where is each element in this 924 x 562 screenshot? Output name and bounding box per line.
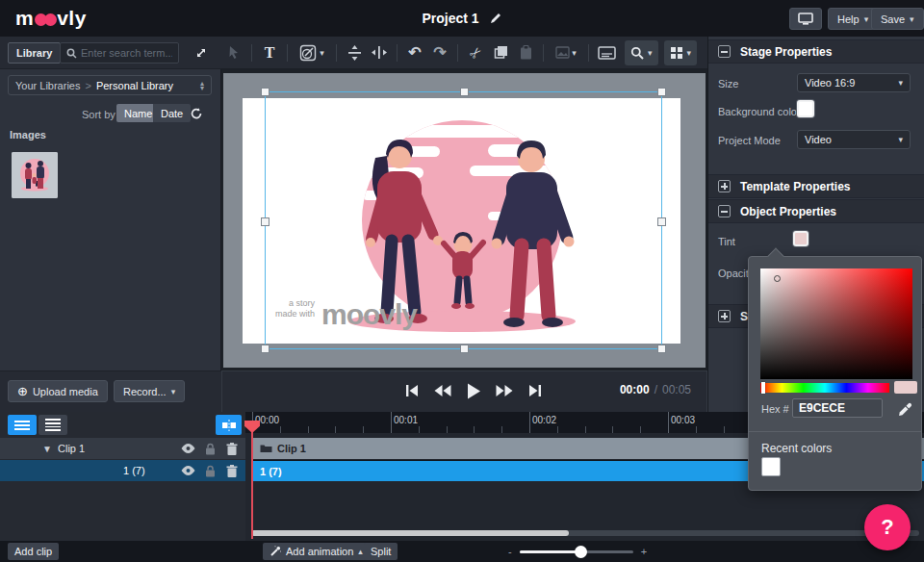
grid-icon: [670, 46, 683, 60]
refresh-button[interactable]: [186, 104, 207, 123]
undo-icon[interactable]: [402, 40, 427, 65]
resize-handle-middle-left[interactable]: [261, 217, 270, 226]
section-stage-properties[interactable]: Stage Properties: [708, 39, 924, 64]
zoom-slider-track[interactable]: [520, 550, 633, 553]
playhead-line[interactable]: [251, 421, 253, 539]
resize-handle-bottom-center[interactable]: [460, 345, 469, 353]
fit-timeline-icon[interactable]: [216, 415, 242, 435]
zoom-out-icon[interactable]: -: [508, 546, 512, 557]
lock-icon[interactable]: [202, 441, 218, 456]
rewind-icon[interactable]: [431, 379, 454, 402]
lock-icon[interactable]: [202, 463, 218, 478]
help-fab-button[interactable]: ?: [864, 504, 911, 550]
present-button[interactable]: [789, 8, 822, 30]
family-illustration[interactable]: a story made with moovly: [243, 98, 680, 344]
distribute-vertical-icon[interactable]: [342, 40, 367, 65]
hue-slider[interactable]: [760, 383, 889, 393]
upload-media-button[interactable]: ⊕ Upload media: [8, 380, 108, 402]
copy-icon[interactable]: [488, 40, 513, 65]
eyedropper-icon[interactable]: [895, 399, 914, 419]
search-icon: [66, 48, 77, 59]
zoom-in-icon[interactable]: +: [641, 546, 647, 557]
cursor-icon[interactable]: [221, 40, 246, 65]
tab-library[interactable]: Library: [8, 42, 61, 64]
section-object-properties[interactable]: Object Properties: [708, 199, 924, 223]
top-bar: Project 1 mvly Help Save: [0, 0, 924, 37]
add-clip-button[interactable]: Add clip: [8, 543, 59, 560]
color-picker-popup: Hex # Recent colors: [748, 256, 922, 491]
pencil-icon[interactable]: [489, 12, 502, 25]
zoom-menu-button[interactable]: [625, 40, 658, 65]
section-template-properties[interactable]: Template Properties: [708, 174, 924, 198]
tint-color-swatch[interactable]: [793, 231, 808, 246]
chevron-down-icon[interactable]: ▼: [42, 444, 52, 454]
eye-icon[interactable]: [180, 441, 195, 456]
compact-view-icon[interactable]: [38, 415, 67, 435]
trash-icon[interactable]: [224, 441, 240, 456]
project-mode-select[interactable]: Video: [797, 130, 911, 149]
paste-icon[interactable]: [513, 40, 538, 65]
clip-track-name: Clip 1: [58, 443, 85, 454]
stage-surround[interactable]: a story made with moovly: [223, 73, 706, 368]
library-selector[interactable]: Your Libraries > Personal Library ▴▾: [8, 75, 212, 95]
fast-forward-icon[interactable]: [493, 379, 516, 402]
breadcrumb-separator: >: [85, 80, 90, 91]
skip-end-icon[interactable]: [524, 379, 547, 402]
record-button[interactable]: Record...: [114, 380, 185, 402]
recent-color-swatch[interactable]: [761, 457, 781, 476]
watermark-line1: a story: [289, 298, 316, 308]
search-input[interactable]: [81, 47, 172, 59]
stage[interactable]: a story made with moovly: [243, 98, 680, 344]
expand-library-button[interactable]: [190, 42, 213, 64]
resize-handle-bottom-left[interactable]: [261, 345, 270, 353]
expand-icon: [194, 46, 208, 60]
resize-handle-top-left[interactable]: [261, 88, 270, 96]
text-tool-icon[interactable]: T: [257, 40, 282, 65]
project-mode-label: Project Mode: [718, 135, 781, 146]
library-sidebar: Library Your Libraries > Personal Librar…: [0, 37, 221, 412]
zoom-slider-knob[interactable]: [575, 546, 587, 558]
split-button[interactable]: Split: [364, 543, 398, 560]
trash-icon[interactable]: [224, 463, 240, 478]
page-title: Project 1: [422, 11, 478, 26]
color-cursor[interactable]: [774, 275, 781, 282]
redo-icon[interactable]: [427, 40, 452, 65]
subtitle-icon[interactable]: [594, 40, 619, 65]
distribute-horizontal-icon[interactable]: [367, 40, 392, 65]
recent-colors-label: Recent colors: [761, 442, 832, 455]
hue-slider-handle[interactable]: [761, 382, 765, 394]
library-asset-thumbnail[interactable]: [12, 152, 58, 198]
time-display: 00:00 / 00:05: [620, 383, 691, 396]
selected-color-preview: [894, 381, 917, 394]
add-animation-button[interactable]: Add animation: [263, 543, 370, 560]
hex-input[interactable]: [792, 398, 883, 418]
watermark-logo: moovly: [321, 298, 418, 330]
track-row-layer[interactable]: 1 (7): [0, 460, 245, 481]
play-icon[interactable]: [462, 379, 485, 402]
hex-label: Hex #: [761, 403, 789, 415]
track-row-clip[interactable]: ▼ Clip 1: [0, 438, 245, 459]
skip-start-icon[interactable]: [400, 379, 424, 402]
sort-row: Sort by Name Date: [0, 104, 221, 123]
eye-icon[interactable]: [180, 463, 195, 478]
save-button[interactable]: Save: [871, 8, 924, 30]
image-disabled-icon[interactable]: [549, 40, 583, 65]
size-select[interactable]: Video 16:9: [797, 73, 911, 92]
cut-icon[interactable]: [463, 40, 488, 65]
resize-handle-top-right[interactable]: [657, 88, 666, 96]
size-label: Size: [718, 78, 738, 89]
background-color-swatch[interactable]: [797, 100, 814, 117]
grid-menu-button[interactable]: [664, 40, 698, 65]
breadcrumb-current: Personal Library: [96, 80, 173, 91]
tint-label: Tint: [718, 236, 735, 247]
resize-handle-bottom-right[interactable]: [657, 345, 666, 353]
project-title-wrap: Project 1: [0, 0, 924, 37]
saturation-value-area[interactable]: [760, 268, 912, 379]
resize-handle-top-center[interactable]: [460, 88, 469, 96]
breadcrumb-root: Your Libraries: [15, 80, 80, 91]
sidebar-footer: ⊕ Upload media Record...: [0, 370, 221, 412]
shape-tool-icon[interactable]: [293, 40, 331, 65]
list-view-icon[interactable]: [8, 415, 37, 435]
resize-handle-middle-right[interactable]: [657, 217, 666, 226]
timeline-hscroll-thumb[interactable]: [251, 530, 569, 536]
